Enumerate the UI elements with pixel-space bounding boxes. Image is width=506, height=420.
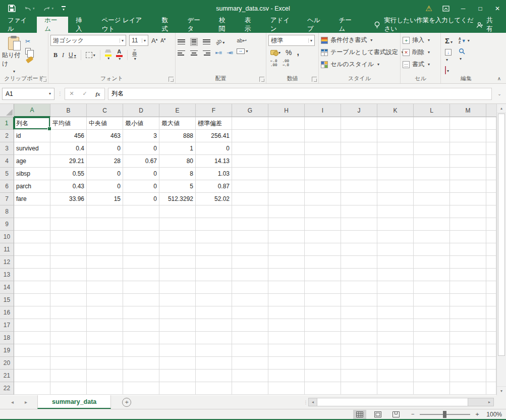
cell-E4[interactable]: 80 xyxy=(159,155,196,168)
row-header-12[interactable]: 12 xyxy=(0,256,14,269)
number-format-select[interactable]: 標準▾ xyxy=(268,35,315,46)
cell-J5[interactable] xyxy=(341,168,377,180)
cell-D1[interactable]: 最小値 xyxy=(123,117,159,130)
cell-F5[interactable]: 1.03 xyxy=(196,168,232,180)
undo-icon[interactable]: ▾ xyxy=(24,6,35,12)
row-header-3[interactable]: 3 xyxy=(0,142,14,155)
cell-F9[interactable] xyxy=(196,218,232,231)
cell-I14[interactable] xyxy=(305,281,341,294)
col-header-H[interactable]: H xyxy=(268,104,305,117)
alignment-dialog-launcher[interactable] xyxy=(259,77,264,82)
cell-K18[interactable] xyxy=(377,332,414,344)
cell-H12[interactable] xyxy=(268,256,305,269)
cell-L10[interactable] xyxy=(414,231,450,243)
cell-I8[interactable] xyxy=(305,205,341,218)
cell-C19[interactable] xyxy=(87,344,123,357)
tab-team[interactable]: チーム xyxy=(331,17,362,33)
copy-button[interactable] xyxy=(25,48,34,55)
merge-center-button[interactable] xyxy=(237,48,248,54)
cell-F7[interactable]: 52.02 xyxy=(196,193,232,205)
cell-L20[interactable] xyxy=(414,357,450,370)
cell-G8[interactable] xyxy=(232,205,268,218)
cell-M15[interactable] xyxy=(450,294,486,306)
cell-L2[interactable] xyxy=(414,130,450,142)
cell-M16[interactable] xyxy=(450,306,486,319)
cell-E1[interactable]: 最大値 xyxy=(159,117,196,130)
cell-E9[interactable] xyxy=(159,218,196,231)
cell-E8[interactable] xyxy=(159,205,196,218)
cell-C1[interactable]: 中央値 xyxy=(87,117,123,130)
cell-I11[interactable] xyxy=(305,243,341,256)
cell-E7[interactable]: 512.3292 xyxy=(159,193,196,205)
next-sheet-icon[interactable]: ▸ xyxy=(25,399,27,405)
cell-K1[interactable] xyxy=(377,117,414,130)
cell-D20[interactable] xyxy=(123,357,159,370)
cell-I12[interactable] xyxy=(305,256,341,269)
cell-E5[interactable]: 8 xyxy=(159,168,196,180)
cell-L19[interactable] xyxy=(414,344,450,357)
tab-help[interactable]: ヘルプ xyxy=(300,17,331,33)
cell-A16[interactable] xyxy=(14,306,50,319)
cell-G2[interactable] xyxy=(232,130,268,142)
percent-format-button[interactable]: % xyxy=(286,48,292,57)
cell-J22[interactable] xyxy=(341,382,377,395)
bold-button[interactable]: B xyxy=(53,51,58,59)
col-header-D[interactable]: D xyxy=(123,104,159,117)
cell-G11[interactable] xyxy=(232,243,268,256)
cell-B13[interactable] xyxy=(50,269,87,281)
cell-C10[interactable] xyxy=(87,231,123,243)
cell-F22[interactable] xyxy=(196,382,232,395)
cell-I6[interactable] xyxy=(305,180,341,193)
new-sheet-button[interactable]: ＋ xyxy=(122,398,131,407)
cell-B2[interactable]: 456 xyxy=(50,130,87,142)
cell-A2[interactable]: id xyxy=(14,130,50,142)
cell-F17[interactable] xyxy=(196,319,232,332)
cell-M1[interactable] xyxy=(450,117,486,130)
vertical-scrollbar[interactable]: ▴ ▾ xyxy=(496,104,506,395)
cell-M14[interactable] xyxy=(450,281,486,294)
align-middle-button[interactable] xyxy=(190,38,198,46)
cell-B21[interactable] xyxy=(50,370,87,382)
cell-H10[interactable] xyxy=(268,231,305,243)
cell-D5[interactable]: 0 xyxy=(123,168,159,180)
cell-C21[interactable] xyxy=(87,370,123,382)
cell-G13[interactable] xyxy=(232,269,268,281)
horizontal-scroll-thumb[interactable] xyxy=(317,398,468,406)
cell-G17[interactable] xyxy=(232,319,268,332)
cell-G9[interactable] xyxy=(232,218,268,231)
cell-I21[interactable] xyxy=(305,370,341,382)
cell-F8[interactable] xyxy=(196,205,232,218)
cell-C11[interactable] xyxy=(87,243,123,256)
cell-B10[interactable] xyxy=(50,231,87,243)
zoom-in-button[interactable]: ＋ xyxy=(474,410,480,418)
col-header-G[interactable]: G xyxy=(232,104,268,117)
cell-G4[interactable] xyxy=(232,155,268,168)
orientation-button[interactable]: ab xyxy=(215,38,224,45)
cell-A17[interactable] xyxy=(14,319,50,332)
cell-K13[interactable] xyxy=(377,269,414,281)
font-dialog-launcher[interactable] xyxy=(168,77,174,82)
cell-G22[interactable] xyxy=(232,382,268,395)
zoom-out-button[interactable]: － xyxy=(410,410,416,418)
save-icon[interactable] xyxy=(8,5,16,12)
cell-F18[interactable] xyxy=(196,332,232,344)
cell-D9[interactable] xyxy=(123,218,159,231)
col-header-E[interactable]: E xyxy=(159,104,196,117)
cell-A20[interactable] xyxy=(14,357,50,370)
cell-A14[interactable] xyxy=(14,281,50,294)
align-bottom-button[interactable] xyxy=(203,39,210,44)
cell-D18[interactable] xyxy=(123,332,159,344)
cell-K12[interactable] xyxy=(377,256,414,269)
share-button[interactable]: 共有 xyxy=(476,17,506,33)
align-right-button[interactable] xyxy=(203,50,210,56)
row-header-19[interactable]: 19 xyxy=(0,344,14,357)
clear-button[interactable] xyxy=(445,67,453,74)
cell-G18[interactable] xyxy=(232,332,268,344)
italic-button[interactable]: I xyxy=(62,51,64,59)
normal-view-button[interactable] xyxy=(353,410,366,419)
cell-C5[interactable]: 0 xyxy=(87,168,123,180)
wrap-text-button[interactable]: ab↩ xyxy=(237,38,248,43)
tab-formulas[interactable]: 数式 xyxy=(154,17,180,33)
row-header-22[interactable]: 22 xyxy=(0,382,14,395)
cell-E11[interactable] xyxy=(159,243,196,256)
